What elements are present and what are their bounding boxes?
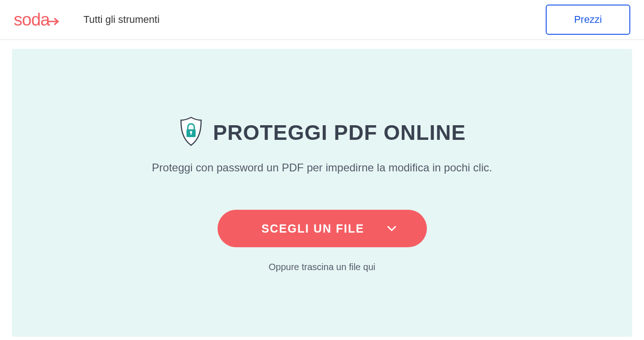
logo-text: soda: [14, 10, 60, 30]
nav-tools-link[interactable]: Tutti gli strumenti: [83, 14, 160, 26]
file-drop-zone[interactable]: PROTEGGI PDF ONLINE Proteggi con passwor…: [12, 49, 632, 337]
drag-hint-text: Oppure trascina un file qui: [269, 262, 375, 272]
main-content: PROTEGGI PDF ONLINE Proteggi con passwor…: [0, 40, 644, 337]
chevron-down-icon: [387, 226, 396, 231]
site-header: soda Tutti gli strumenti Prezzi: [0, 0, 644, 40]
choose-file-label: SCEGLI UN FILE: [261, 222, 364, 235]
pricing-button[interactable]: Prezzi: [546, 5, 630, 35]
title-row: PROTEGGI PDF ONLINE: [178, 117, 466, 149]
page-title: PROTEGGI PDF ONLINE: [213, 120, 466, 145]
shield-lock-icon: [178, 117, 204, 149]
logo[interactable]: soda: [14, 10, 60, 30]
arrow-right-icon: [48, 10, 60, 30]
choose-file-button[interactable]: SCEGLI UN FILE: [218, 210, 427, 247]
page-subtitle: Proteggi con password un PDF per impedir…: [152, 161, 492, 174]
